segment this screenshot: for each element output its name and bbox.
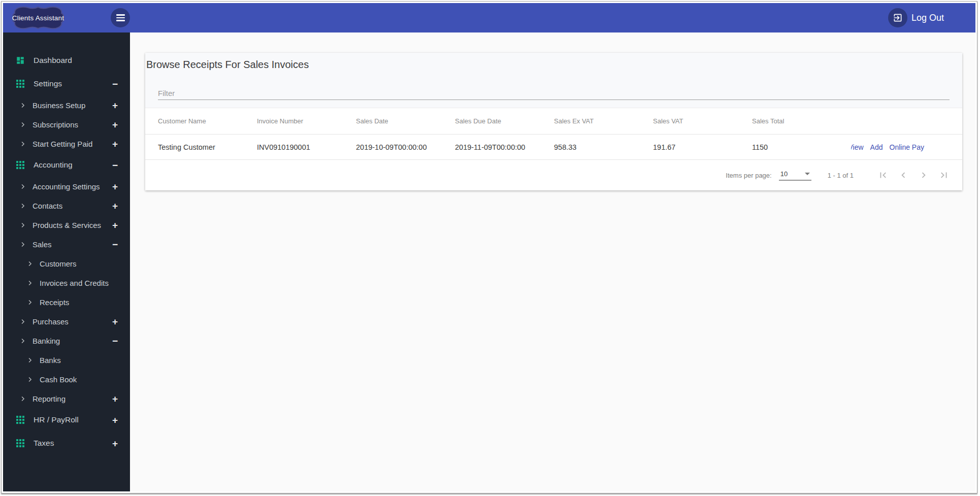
logout-icon-circle (888, 8, 907, 27)
main-content: Browse Receipts For Sales Invoices Custo… (130, 32, 975, 491)
chevron-right-icon (20, 102, 26, 109)
sidebar-item-label: Accounting (34, 160, 73, 170)
sidebar-item-label: Customers (40, 259, 77, 268)
expand-plus-icon[interactable] (112, 317, 118, 326)
previous-page-button[interactable] (893, 165, 913, 185)
expand-plus-icon[interactable] (112, 139, 118, 149)
sidebar-item-reporting[interactable]: Reporting (3, 389, 130, 408)
sidebar-item-label: Contacts (32, 202, 62, 210)
sidebar-item-start-getting-paid[interactable]: Start Getting Paid (3, 134, 130, 153)
exit-to-app-icon (893, 13, 903, 23)
logout-button[interactable]: Log Out (888, 8, 944, 27)
sidebar-item-label: Taxes (34, 439, 54, 448)
chevron-right-icon (20, 222, 26, 228)
chevron-right-icon (27, 299, 34, 306)
table-header-row: Customer Name Invoice Number Sales Date … (145, 108, 962, 135)
sidebar-item-dashboard[interactable]: Dashboard (3, 49, 130, 72)
column-header-customer-name: Customer Name (158, 117, 257, 125)
last-page-icon (938, 170, 950, 181)
sidebar-item-banking[interactable]: Banking (3, 331, 130, 350)
column-header-sales-total: Sales Total (752, 117, 851, 125)
cell-sales-ex-vat: 958.33 (554, 143, 653, 151)
column-header-sales-vat: Sales VAT (653, 117, 752, 125)
sidebar-item-banks[interactable]: Banks (3, 350, 130, 370)
chevron-right-icon (20, 203, 26, 209)
chevron-right-icon (918, 170, 929, 181)
chevron-right-icon (20, 183, 26, 190)
sidebar-item-label: Business Setup (32, 101, 85, 110)
chevron-right-icon (27, 357, 34, 363)
sidebar-item-accounting[interactable]: Accounting (3, 153, 130, 177)
expand-plus-icon[interactable] (112, 120, 118, 129)
sidebar-item-taxes[interactable]: Taxes (3, 432, 130, 455)
dashboard-icon (16, 56, 25, 65)
app-logo[interactable]: Clients Assistant (10, 6, 66, 30)
page-title: Browse Receipts For Sales Invoices (146, 59, 962, 71)
chevron-right-icon (20, 318, 26, 325)
sidebar-item-business-setup[interactable]: Business Setup (3, 95, 130, 115)
sidebar-item-accounting-settings[interactable]: Accounting Settings (3, 177, 130, 196)
sidebar-item-sales[interactable]: Sales (3, 235, 130, 254)
collapse-minus-icon[interactable] (112, 79, 118, 89)
chevron-right-icon (27, 260, 34, 267)
chevron-right-icon (20, 395, 26, 402)
page-range-label: 1 - 1 of 1 (828, 172, 854, 179)
paginator: Items per page: 10 1 - 1 of 1 (145, 160, 962, 190)
filter-input[interactable] (158, 87, 950, 98)
sidebar-item-label: Banks (40, 356, 61, 365)
hamburger-icon (116, 14, 125, 21)
app-root: Clients Assistant Log Out (3, 3, 975, 491)
first-page-icon (877, 170, 889, 181)
items-per-page-value: 10 (780, 170, 788, 178)
sidebar-item-label: Invoices and Credits (40, 279, 109, 287)
next-page-button[interactable] (913, 165, 934, 185)
items-per-page-label: Items per page: (726, 172, 771, 179)
sidebar-item-label: Purchases (32, 317, 69, 326)
collapse-minus-icon[interactable] (112, 160, 118, 170)
sidebar-item-contacts[interactable]: Contacts (3, 196, 130, 215)
row-actions: View Add Online Pay (851, 143, 962, 151)
sidebar-item-subscriptions[interactable]: Subscriptions (3, 115, 130, 134)
view-link[interactable]: View (851, 143, 864, 151)
menu-toggle-button[interactable] (111, 8, 130, 27)
sidebar-item-label: Dashboard (34, 56, 72, 65)
last-page-button[interactable] (934, 165, 954, 185)
expand-plus-icon[interactable] (112, 220, 118, 230)
cell-sales-due-date: 2019-11-09T00:00:00 (455, 143, 554, 151)
first-page-button[interactable] (873, 165, 893, 185)
grid-icon (16, 160, 25, 170)
items-per-page-select[interactable]: 10 (779, 170, 811, 181)
cell-invoice-number: INV0910190001 (257, 143, 356, 151)
expand-plus-icon[interactable] (112, 415, 118, 425)
expand-plus-icon[interactable] (112, 394, 118, 404)
sidebar-item-customers[interactable]: Customers (3, 254, 130, 273)
expand-plus-icon[interactable] (112, 101, 118, 110)
sidebar-item-receipts[interactable]: Receipts (3, 292, 130, 312)
column-header-sales-ex-vat: Sales Ex VAT (554, 117, 653, 125)
expand-plus-icon[interactable] (112, 182, 118, 191)
sidebar-item-purchases[interactable]: Purchases (3, 312, 130, 331)
cell-sales-vat: 191.67 (653, 143, 752, 151)
column-header-sales-date: Sales Date (356, 117, 455, 125)
chevron-right-icon (20, 241, 26, 248)
sidebar-item-label: Banking (32, 337, 60, 345)
expand-plus-icon[interactable] (112, 439, 118, 448)
sidebar-item-settings[interactable]: Settings (3, 72, 130, 95)
chevron-left-icon (898, 170, 909, 181)
collapse-minus-icon[interactable] (112, 336, 118, 346)
chevron-right-icon (20, 141, 26, 147)
sidebar-item-label: Receipts (40, 298, 69, 307)
sidebar-item-label: Sales (32, 240, 52, 249)
sidebar-item-products-services[interactable]: Products & Services (3, 215, 130, 235)
online-pay-link[interactable]: Online Pay (890, 143, 924, 151)
sidebar-item-invoices-and-credits[interactable]: Invoices and Credits (3, 273, 130, 292)
expand-plus-icon[interactable] (112, 201, 118, 211)
add-link[interactable]: Add (870, 143, 883, 151)
sidebar-item-cash-book[interactable]: Cash Book (3, 370, 130, 389)
sidebar-item-hr-payroll[interactable]: HR / PayRoll (3, 408, 130, 432)
collapse-minus-icon[interactable] (112, 240, 118, 249)
sidebar-item-label: Settings (34, 79, 62, 88)
sidebar-item-label: Subscriptions (32, 120, 78, 129)
logo-text: Clients Assistant (12, 14, 64, 22)
logout-label: Log Out (911, 13, 944, 23)
